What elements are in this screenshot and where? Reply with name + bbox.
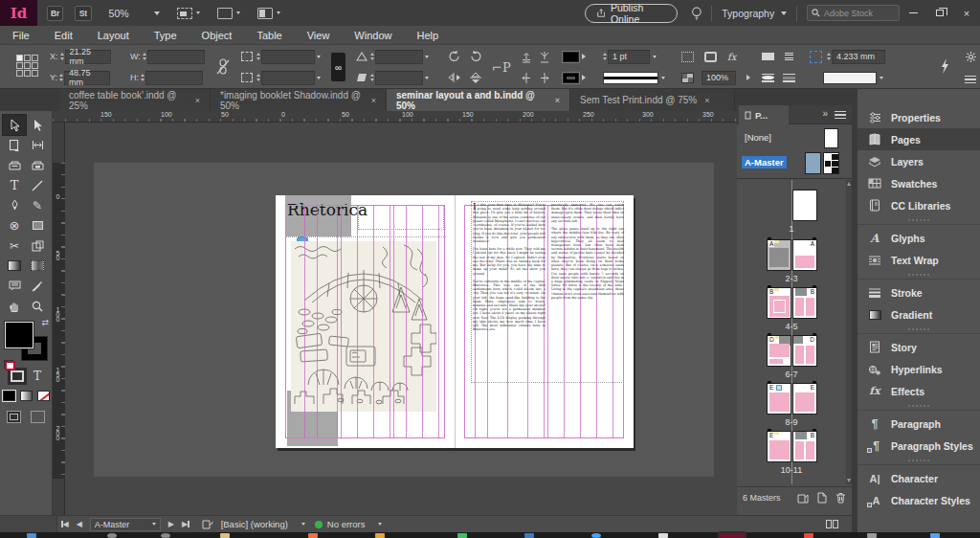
close-button[interactable]: × xyxy=(953,0,980,26)
y-stepper[interactable] xyxy=(59,74,63,81)
space-before-icon[interactable] xyxy=(521,51,532,63)
panel-item-layers[interactable]: Layers xyxy=(858,150,980,172)
text-frame-options-icon[interactable] xyxy=(783,52,795,62)
width-field[interactable] xyxy=(147,50,205,64)
height-field[interactable] xyxy=(145,71,203,85)
pen-tool[interactable] xyxy=(3,195,26,215)
stroke-weight-field[interactable]: 1 pt xyxy=(608,50,650,64)
constrain-dimensions-icon[interactable] xyxy=(216,58,230,76)
document-tab[interactable]: Sem Test Print.indd @ 75% × xyxy=(570,89,735,111)
constrain-scale-link-icon[interactable]: ∞ xyxy=(331,53,345,81)
screen-mode-dropdown[interactable] xyxy=(217,8,240,19)
panel-item-gradient[interactable]: Gradient xyxy=(858,303,980,325)
taskbar-icon[interactable] xyxy=(107,533,117,538)
spread-view-icon[interactable] xyxy=(826,520,838,528)
dock-group-separator[interactable] xyxy=(858,216,980,225)
apply-none-button[interactable] xyxy=(37,391,50,401)
h-stepper[interactable] xyxy=(141,74,145,81)
wrap-around-bounding-box-icon[interactable] xyxy=(762,73,774,83)
page-turn-icon[interactable] xyxy=(201,519,213,530)
body-text-column[interactable]: practically immortal. No one can touch t… xyxy=(551,203,624,303)
first-page-button[interactable]: ◀ xyxy=(57,520,73,528)
bridge-button[interactable]: Br xyxy=(47,6,63,21)
close-icon[interactable]: × xyxy=(555,96,560,105)
swap-fill-stroke-icon[interactable]: ⇄ xyxy=(41,318,49,327)
last-page-button[interactable]: ▶ xyxy=(178,520,193,528)
scale-x-field[interactable] xyxy=(261,50,315,64)
document-canvas[interactable]: Rhetorica xyxy=(65,123,737,515)
shear-stepper[interactable] xyxy=(370,74,374,81)
close-icon[interactable]: × xyxy=(704,96,709,105)
panel-menu-icon[interactable] xyxy=(965,76,976,83)
quick-apply-lightning-icon[interactable] xyxy=(940,58,950,74)
scale-x-stepper[interactable] xyxy=(256,53,260,60)
hand-tool[interactable] xyxy=(3,296,26,316)
taskbar-icon[interactable] xyxy=(161,533,170,538)
corner-radius-icon[interactable] xyxy=(704,52,717,62)
content-placer-tool[interactable] xyxy=(26,155,49,175)
taskbar-icon[interactable] xyxy=(804,533,813,538)
selection-tool[interactable] xyxy=(3,115,26,135)
formatting-affects-text-button[interactable]: T xyxy=(33,370,41,383)
dock-group-separator[interactable] xyxy=(858,325,980,334)
panel-item-swatches[interactable]: Swatches xyxy=(858,172,980,194)
apply-gradient-button[interactable] xyxy=(20,391,33,401)
panel-item-story[interactable]: Story xyxy=(858,336,980,358)
page-thumbnail[interactable]: A xyxy=(792,239,817,271)
horizontal-ruler[interactable]: 150 100 50 0 50 100 150 200 250 300 350 xyxy=(53,111,737,123)
eyedropper-tool[interactable] xyxy=(26,276,49,296)
rectangle-tool[interactable] xyxy=(26,215,49,235)
page-thumbnail[interactable]: E xyxy=(767,431,791,462)
restore-button[interactable] xyxy=(926,0,953,26)
new-page-icon[interactable] xyxy=(816,492,828,504)
master-row-a-master[interactable]: A-Master xyxy=(737,151,852,174)
panel-item-glyphs[interactable]: A Glyphs xyxy=(858,227,980,249)
opacity-field[interactable]: 100% xyxy=(702,71,736,85)
taskbar-icon-active[interactable] xyxy=(720,533,745,538)
close-icon[interactable]: × xyxy=(371,96,376,105)
space-after-icon[interactable] xyxy=(539,51,550,63)
x-position-field[interactable]: 21.25 mm xyxy=(65,50,111,64)
corner-options-icon[interactable] xyxy=(681,52,694,62)
panel-item-pages[interactable]: Pages xyxy=(858,128,980,150)
pages-panel-tab[interactable]: P... xyxy=(739,105,789,124)
scale-y-field[interactable] xyxy=(261,71,315,85)
master-thumbnail[interactable] xyxy=(824,128,838,148)
line-tool[interactable] xyxy=(26,175,49,195)
previous-page-button[interactable]: ◀ xyxy=(73,520,86,528)
rotation-angle-field[interactable] xyxy=(375,50,423,64)
page-thumbnail[interactable]: D xyxy=(792,335,817,367)
menu-help[interactable]: Help xyxy=(404,26,451,45)
page-thumbnail[interactable]: E xyxy=(767,383,791,415)
taskbar-icon[interactable] xyxy=(308,533,318,538)
taskbar-icon[interactable] xyxy=(457,533,467,538)
frame-fitting-icon[interactable] xyxy=(810,51,822,63)
preview-mode-button[interactable] xyxy=(31,411,45,423)
flip-vertical-icon[interactable] xyxy=(469,72,482,83)
fill-color-swatch[interactable] xyxy=(563,52,579,62)
stroke-weight-stepper[interactable] xyxy=(603,53,607,60)
fill-box[interactable] xyxy=(5,322,33,348)
note-tool[interactable] xyxy=(3,276,26,296)
taskbar-icon[interactable] xyxy=(867,533,877,538)
minimize-button[interactable] xyxy=(900,0,926,26)
menu-object[interactable]: Object xyxy=(189,26,245,45)
document-tab[interactable]: *imaging booklet Shadow.indd @ 50% × xyxy=(211,89,387,111)
page-thumbnail[interactable]: B xyxy=(792,287,817,319)
rotate-cw-icon[interactable] xyxy=(448,50,461,63)
page-number-dropdown[interactable]: A-Master xyxy=(90,518,161,531)
x-stepper[interactable] xyxy=(60,53,64,60)
scale-y-stepper[interactable] xyxy=(256,74,260,81)
search-input[interactable] xyxy=(824,9,895,18)
panel-item-effects[interactable]: fx Effects xyxy=(858,380,980,402)
master-row-none[interactable]: [None] xyxy=(737,126,852,149)
lightbulb-icon[interactable] xyxy=(691,5,702,22)
direct-selection-tool[interactable] xyxy=(26,115,49,135)
free-transform-tool[interactable] xyxy=(26,235,49,256)
panel-item-hyperlinks[interactable]: Hyperlinks xyxy=(858,358,980,380)
page-thumbnail[interactable]: B xyxy=(767,287,791,319)
edit-page-size-icon[interactable] xyxy=(797,492,809,504)
publish-online-button[interactable]: Publish Online xyxy=(585,4,678,23)
panel-item-cc-libraries[interactable]: CC Libraries xyxy=(858,194,980,216)
type-tool[interactable]: T xyxy=(3,175,26,195)
